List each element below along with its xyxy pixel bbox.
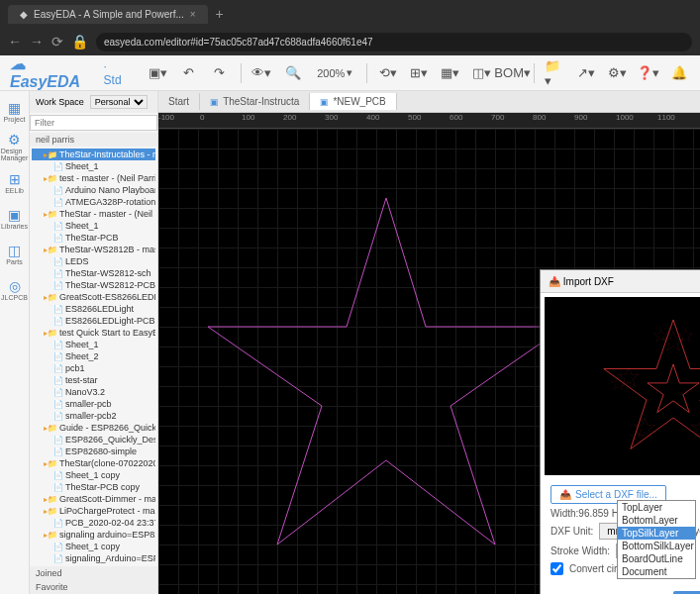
canvas-tab[interactable]: ▣*NEW_PCB [310,93,396,110]
tool1-icon[interactable]: ▦▾ [440,62,460,84]
bell-icon[interactable]: 🔔 [669,62,690,84]
ruler-tick: 0 [200,113,204,122]
filter-input[interactable] [30,115,157,131]
tree-item[interactable]: ▸📁TheStar-Instructables - master - (N [32,148,155,160]
tree-item[interactable]: 📄LEDS [32,255,155,267]
app-toolbar: ☁EasyEDA · Std ▣▾ ↶ ↷ 👁▾ 🔍 200% ▾ ⟲▾ ⊞▾ … [0,55,700,91]
side-icon-eelib[interactable]: ⊞EELib [3,170,27,194]
tree-item[interactable]: 📄TheStar-PCB copy [32,481,155,493]
align-icon[interactable]: ⊞▾ [409,62,430,84]
layer-dropdown: TopLayerBottomLayerTopSilkLayerBottomSil… [617,500,696,579]
share-icon[interactable]: ↗▾ [575,62,596,84]
layer-option[interactable]: BoardOutLine [618,552,695,565]
tree-item[interactable]: 📄TheStar-WS2812-sch [32,267,155,279]
browser-tab[interactable]: ◆ EasyEDA - A Simple and Powerf... × [8,5,208,24]
tree-item[interactable]: 📄Sheet_1 copy [32,469,155,481]
undo-icon[interactable]: ↶ [178,62,199,84]
tree-item[interactable]: 📄ESP82680-simple [32,446,155,457]
folder-icon[interactable]: 📁▾ [545,62,565,84]
ruler-tick: 900 [574,113,587,122]
tree-item[interactable]: ▸📁TheStar - master - (Neil Parris) [32,208,155,220]
tree-item[interactable]: 📄smaller-pcb [32,398,155,410]
workspace-select[interactable]: Personal [90,95,148,109]
project-tree: ▸📁TheStar-Instructables - master - (N📄Sh… [30,147,157,566]
side-icon-parts[interactable]: ◫Parts [3,242,27,265]
tree-item[interactable]: 📄TheStar-WS2812-PCB [32,279,155,291]
tree-item[interactable]: 📄Sheet_2 [32,350,155,362]
new-tab-button[interactable]: + [216,6,224,22]
rotate-icon[interactable]: ⟲▾ [377,62,398,84]
tree-item[interactable]: ▸📁TheStar(clone-07022020) - maste [32,457,155,469]
close-icon[interactable]: × [190,9,196,20]
side-icon-jlcpcb[interactable]: ◎JLCPCB [3,277,27,301]
ruler-tick: 200 [283,113,296,122]
tree-item[interactable]: 📄TheStar-PCB [32,232,155,244]
tree-item[interactable]: 📄pcb1 [32,362,155,374]
tab-favicon: ◆ [20,9,28,20]
tree-item[interactable]: 📄ESP8266_Quickly_Design [32,434,155,446]
unit-label: DXF Unit: [550,526,593,537]
layer-option[interactable]: BottomSilkLayer [618,540,695,552]
layer-option[interactable]: TopLayer [618,501,695,514]
tab-title: EasyEDA - A Simple and Powerf... [34,9,184,20]
settings-icon[interactable]: ⚙▾ [606,62,627,84]
tree-item[interactable]: 📄test-star [32,374,155,386]
layer-option[interactable]: TopSilkLayer [618,527,695,540]
view-icon[interactable]: 👁▾ [251,62,272,84]
tree-item[interactable]: 📄PCB_2020-02-04 23:37:14 [32,517,155,529]
tool2-icon[interactable]: ◫▾ [470,62,491,84]
ruler-horizontal: -100010020030040050060070080090010001100 [158,113,700,129]
svg-marker-8 [679,329,693,342]
forward-icon[interactable]: → [30,34,44,50]
canvas-tab[interactable]: ▣TheStar-Instructa [200,93,310,110]
favorite-header: Favorite [30,580,157,594]
ruler-tick: 1000 [616,113,634,122]
convert-checkbox[interactable] [550,562,563,575]
side-icon-design-manager[interactable]: ⚙Design Manager [3,135,27,158]
tree-item[interactable]: ▸📁LiPoChargeProtect - master - (Neil [32,505,155,517]
document-tabs: Start▣TheStar-Instructa▣*NEW_PCB [158,91,700,113]
tree-item[interactable]: 📄Sheet_1 [32,220,155,232]
app-logo: ☁EasyEDA [10,54,94,91]
redo-icon[interactable]: ↷ [209,62,230,84]
tree-item[interactable]: ▸📁test - master - (Neil Parris) [32,172,155,184]
lock-icon: 🔒 [71,34,88,50]
svg-marker-3 [662,332,683,351]
tree-item[interactable]: 📄Sheet_1 [32,160,155,172]
url-input[interactable] [96,33,692,51]
tree-item[interactable]: ▸📁TheStar-WS2812B - master - (N [32,244,155,255]
tree-item[interactable]: 📄NanoV3.2 [32,386,155,398]
svg-marker-2 [648,364,699,413]
tree-item[interactable]: 📄ES8266LEDLight [32,303,155,315]
layer-option[interactable]: BottomLayer [618,514,695,527]
side-icon-libraries[interactable]: ▣Libraries [3,206,27,230]
reload-icon[interactable]: ⟳ [51,34,63,50]
tree-item[interactable]: 📄Arduino Nano Playboard [32,184,155,196]
file-menu-icon[interactable]: ▣▾ [148,62,168,84]
tree-item[interactable]: ▸📁signaling arduino=ESP8266+SIM8 [32,529,155,541]
back-icon[interactable]: ← [8,34,22,50]
help-icon[interactable]: ❓▾ [638,62,659,84]
layer-option[interactable]: Document [618,565,695,578]
svg-marker-7 [635,418,655,438]
tree-item[interactable]: 📄Sheet_1 [32,339,155,350]
zoom-icon[interactable]: 🔍 [282,62,303,84]
tree-item[interactable]: ▸📁GreatScott-Dimmer - master - (Nei [32,493,155,505]
workspace-label: Work Space [36,97,84,107]
dxf-preview [545,297,700,475]
tree-item[interactable]: ▸📁Guide - ESP8266_Quickly_Design [32,422,155,434]
tree-item[interactable]: ▸📁test Quick Start to EasyEDA - mast [32,327,155,339]
ruler-tick: 1100 [657,113,675,122]
owner-header: neil parris [30,133,157,147]
tree-item[interactable]: 📄smaller-pcb2 [32,410,155,422]
side-icon-project[interactable]: ▦Project [3,99,27,123]
zoom-level[interactable]: 200% ▾ [313,66,356,79]
tree-item[interactable]: 📄signaling_Arduino=ESP8266+SI [32,552,155,564]
tree-item[interactable]: 📄ATMEGA328P-rotation-test [32,196,155,208]
tree-item[interactable]: 📄ES8266LEDLight-PCB [32,315,155,327]
tree-item[interactable]: ▸📁GreatScott-ES8266LEDLight - mas [32,291,155,303]
canvas-tab[interactable]: Start [158,93,200,110]
bom-icon[interactable]: BOM▾ [502,62,524,84]
tree-item[interactable]: 📄Sheet_1 copy [32,541,155,552]
svg-marker-0 [208,198,564,544]
